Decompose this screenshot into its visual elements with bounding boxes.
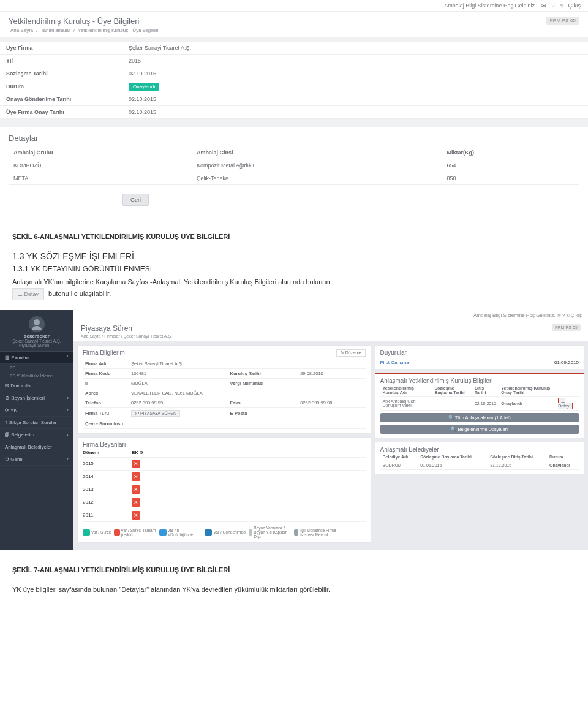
val-uye-firma: Şeker Sanayi Ticaret A.Ş. — [123, 42, 588, 55]
page-title-2: Piyasaya Süren — [81, 324, 172, 333]
val-uye-onay: 02.10.2015 — [123, 106, 588, 119]
heading-1-3-1: 1.3.1 YK DETAYININ GÖRÜNTÜLENMESİ — [12, 265, 576, 273]
anl-bel-card: Anlaşmalı Belediyeler Belediye Adı Sözle… — [375, 442, 585, 474]
sidebar-item-beyan[interactable]: 🗎 Beyan İşlemleri ‹ — [0, 392, 74, 404]
eks-status-icon[interactable]: ✕ — [132, 460, 140, 468]
lbl-sozlesme: Sözleşme Tarihi — [0, 67, 123, 80]
sidebar-item-belgelerim[interactable]: 🗐 Belgelerim ‹ — [0, 429, 74, 441]
details-table: Ambalaj Grubu Ambalaj Cinsi Miktar(Kg) K… — [9, 146, 579, 185]
screenshot-1: Ambalaj Bilgi Sistemine Hoş Geldiniz. ✉ … — [0, 0, 588, 217]
sidebar: sekerseker Şeker Sanayi Ticaret A.Ş. Piy… — [0, 310, 74, 550]
eks-status-icon[interactable]: ✕ — [132, 472, 140, 481]
sidebar-sub-ps[interactable]: PS — [0, 364, 74, 372]
sidebar-item-paneller[interactable]: ▦ Paneller ˅ — [0, 352, 74, 364]
table-row: METAL Çelik-Teneke 850 — [9, 172, 579, 185]
sidebar-item-genel[interactable]: ⚙ Genel ‹ — [0, 453, 74, 466]
heading-1-3: 1.3 YK SÖZLEŞME İŞLEMLERİ — [12, 251, 576, 261]
logout-icon[interactable]: ⎋ — [567, 313, 571, 318]
bel-name-link[interactable]: BODRUM — [380, 461, 418, 469]
beyan-row: 2015✕ — [83, 458, 366, 471]
beyan-row: 2012✕ — [83, 496, 366, 509]
duyuru-link[interactable]: Pilot Çalışma — [380, 360, 409, 365]
list-icon: ☰ — [18, 291, 23, 297]
sidebar-item-sss[interactable]: ? Sıkça Sorulan Sorular — [0, 417, 74, 429]
firma-beyanlari-card: Firma Beyanları Dönem EK-5 2015✕ 2014✕ 2… — [77, 437, 371, 543]
info-table: Üye FirmaŞeker Sanayi Ticaret A.Ş. Yıl20… — [0, 42, 588, 119]
info-panel: Üye FirmaŞeker Sanayi Ticaret A.Ş. Yıl20… — [0, 42, 588, 119]
all-agreements-bar[interactable]: 🔍 Tüm Anlaşmalarım (1 Adet) — [380, 413, 579, 422]
back-button[interactable]: Geri — [123, 194, 149, 206]
logout-text[interactable]: Çıkış — [571, 313, 582, 318]
main-area: Ambalaj Bilgi Sistemine Hoş Geldiniz. ✉ … — [74, 310, 588, 550]
yk-title: Anlaşmalı Yetkilendirilmiş Kuruluş Bilgi… — [380, 377, 579, 384]
sidebar-sub-psyuk[interactable]: PS Yükümlülük İzleme — [0, 372, 74, 380]
eks-status-icon[interactable]: ✕ — [132, 498, 140, 507]
beyan-row: 2011✕ — [83, 509, 366, 522]
details-panel: Detaylar Ambalaj Grubu Ambalaj Cinsi Mik… — [0, 127, 588, 188]
legend: Var / Süreci Var / Süreci Tamam (reddı) … — [83, 526, 366, 539]
breadcrumb-current: Yetkilendirilmiş Kuruluş - Üye Bilgileri — [78, 28, 158, 33]
lbl-onay-gonder: Onaya Gönderilme Tarihi — [0, 93, 123, 106]
figure-6-caption: ŞEKİL 6-ANLAŞMALI YETKİLENDİRİLMİŞ KURUL… — [12, 233, 576, 240]
breadcrumb-defs[interactable]: Tanımlamalar — [41, 28, 70, 33]
lbl-uye-onay: Üye Firma Onay Tarihi — [0, 106, 123, 119]
beyan-card-title: Firma Beyanları — [83, 441, 366, 448]
help-icon[interactable]: ? — [562, 313, 565, 318]
detay-button-image: ☰ Detay — [12, 288, 44, 300]
figure-7-caption: ŞEKİL 7-ANLAŞMALI YETKİLENDİRİLMİŞ KURUL… — [0, 566, 588, 574]
beyan-row: 2014✕ — [83, 471, 366, 483]
welcome-text: Ambalaj Bilgi Sistemine Hoş Geldiniz. — [444, 2, 536, 9]
screenshot-2: sekerseker Şeker Sanayi Ticaret A.Ş. Piy… — [0, 310, 588, 550]
val-sozlesme: 02.10.2015 — [123, 67, 588, 80]
top-bar: Ambalaj Bilgi Sistemine Hoş Geldiniz. ✉ … — [0, 0, 588, 12]
detay-button[interactable]: ☰ Detay — [558, 398, 572, 409]
val-yil: 2015 — [123, 55, 588, 67]
breadcrumb-2: Ana Sayfa / Firmalar / Şeker Sanayi Tica… — [81, 334, 172, 338]
lbl-yil: Yıl — [0, 55, 123, 67]
val-onay-gonder: 02.10.2015 — [123, 93, 588, 106]
mail-icon[interactable]: ✉ — [541, 2, 546, 9]
avatar-icon — [29, 316, 45, 332]
doc-text-block-1: ŞEKİL 6-ANLAŞMALI YETKİLENDİRİLMİŞ KURUL… — [0, 217, 588, 310]
edit-button[interactable]: ✎ Düzenle — [336, 349, 366, 357]
lbl-durum: Durum — [0, 80, 123, 93]
col-miktar: Miktar(Kg) — [442, 146, 579, 159]
details-title: Detaylar — [9, 134, 579, 143]
sidebar-item-duyurular[interactable]: ✉ Duyurular — [0, 380, 74, 392]
page-key-2: FRM-PS-05 — [552, 324, 581, 331]
eks-status-icon[interactable]: ✕ — [132, 485, 140, 494]
user-name: sekerseker — [0, 333, 74, 339]
page-key-badge: FRM-PS-05 — [546, 17, 579, 25]
table-row: KOMPOZİT Kompozit Metal Ağırlıklı 654 — [9, 159, 579, 172]
breadcrumb: Ana Sayfa / Tanımlamalar / Yetkilendiril… — [9, 28, 579, 33]
top-bar-2: Ambalaj Bilgi Sistemine Hoş Geldiniz. ✉ … — [74, 310, 588, 320]
page-header: Piyasaya Süren Ana Sayfa / Firmalar / Şe… — [74, 320, 588, 341]
status-badge: Onaylandı — [129, 83, 159, 91]
duyurular-card: Duyurular Pilot Çalışma 01.09.2015 — [375, 345, 585, 369]
firma-turu-chip: 🏷 PİYASAYA SÜREN — [131, 410, 180, 417]
user-role: Piyasaya Süren — — [0, 343, 74, 347]
bel-row: BODRUM 01.01.2015 31.12.2015 Onaylandı — [380, 461, 579, 469]
lbl-uye-firma: Üye Firma — [0, 42, 123, 55]
eks-status-icon[interactable]: ✕ — [132, 511, 140, 520]
logout-text[interactable]: Çıkış — [568, 2, 581, 9]
sidebar-item-anl-bel[interactable]: Anlaşmalı Belediyeler — [0, 441, 74, 453]
help-icon[interactable]: ? — [551, 2, 554, 9]
paragraph-1: Anlaşmalı YK'nın bilgilerine Karşılama S… — [12, 277, 576, 300]
beyan-row: 2013✕ — [83, 483, 366, 496]
logout-icon[interactable]: ⎋ — [560, 2, 563, 9]
sidebar-item-yk[interactable]: ⟳ YK ‹ — [0, 404, 74, 417]
firma-bilgilerim-card: Firma Bilgilerim ✎ Düzenle Firma AdıŞeke… — [77, 345, 371, 433]
yk-card: Anlaşmalı Yetkilendirilmiş Kuruluş Bilgi… — [375, 373, 585, 438]
col-grup: Ambalaj Grubu — [9, 146, 192, 159]
yk-row: Abk Ambalaj Geri Dönüşüm Vakfı 02.10.201… — [380, 396, 579, 410]
mail-icon[interactable]: ✉ — [557, 313, 562, 318]
breadcrumb-home[interactable]: Ana Sayfa — [10, 28, 33, 33]
col-cins: Ambalaj Cinsi — [192, 146, 442, 159]
docs-bar[interactable]: 🔍 Belgelendirme Dosyaları — [380, 425, 579, 434]
yk-name-link[interactable]: Abk Ambalaj Geri Dönüşüm Vakfı — [380, 396, 432, 410]
paragraph-2: YK üye bilgileri sayfasında bulunan "Det… — [0, 574, 588, 614]
firma-card-title: Firma Bilgilerim — [83, 349, 125, 357]
anl-bel-title: Anlaşmalı Belediyeler — [380, 446, 579, 453]
duyuru-date: 01.09.2015 — [554, 360, 579, 365]
